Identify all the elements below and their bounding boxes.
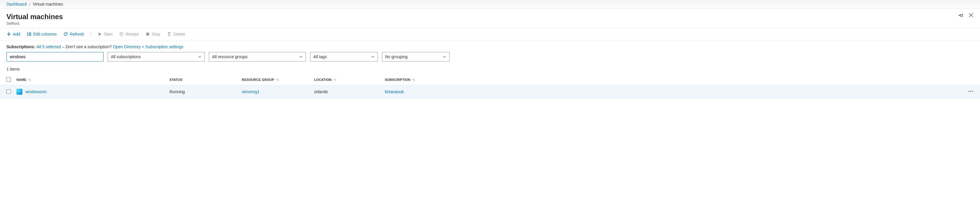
page-subtitle: Selfhost [6,21,974,25]
subscription-filter[interactable]: All subscriptions [108,52,205,62]
edit-columns-button[interactable]: Edit columns [27,32,57,37]
breadcrumb: Dashboard › Virtual machines [0,0,980,8]
vm-name-link[interactable]: windowsvm [25,89,46,94]
sort-icon [412,78,415,81]
chevron-down-icon [371,55,374,59]
column-header-location[interactable]: Location [314,78,385,81]
columns-icon [27,32,32,37]
column-header-name[interactable]: Name [16,78,169,81]
subscriptions-settings-link[interactable]: Open Directory + Subscription settings [113,44,183,49]
column-header-resource-group[interactable]: Resource group [242,78,314,81]
vm-status: Running [169,89,242,94]
resource-group-filter-value: All resource groups [212,54,248,59]
select-all-checkbox[interactable] [6,77,11,82]
tags-filter[interactable]: All tags [310,52,378,62]
svg-rect-3 [29,33,31,33]
restart-button: Restart [119,32,139,37]
stop-label: Stop [152,32,160,37]
chevron-down-icon [299,55,303,59]
subscription-link[interactable]: kirtanasub [385,89,404,94]
refresh-button[interactable]: Refresh [63,32,84,37]
svg-rect-4 [29,34,31,34]
edit-columns-label: Edit columns [33,32,57,37]
svg-rect-0 [27,33,28,33]
svg-rect-1 [27,34,28,34]
subscriptions-label: Subscriptions: [6,44,35,49]
breadcrumb-current: Virtual machines [33,2,63,6]
stop-icon [145,32,150,37]
add-label: Add [13,32,20,37]
refresh-icon [63,32,68,37]
chevron-down-icon [443,55,446,59]
start-label: Start [104,32,113,37]
pin-icon[interactable] [958,13,963,17]
subscriptions-prompt: – Don't see a subscription? [62,44,111,49]
stop-button: Stop [145,32,160,37]
resource-group-link[interactable]: winvmrg1 [242,89,259,94]
table-row[interactable]: windowsvm Running winvmrg1 orlando kirta… [0,85,980,98]
toolbar-separator [91,31,91,37]
add-button[interactable]: Add [6,32,20,37]
svg-rect-5 [29,35,31,36]
close-icon[interactable] [969,13,974,17]
refresh-label: Refresh [70,32,84,37]
delete-label: Delete [173,32,185,37]
item-count: 1 items [0,65,980,75]
row-context-menu-icon[interactable]: ··· [965,89,974,95]
subscription-filter-value: All subscriptions [111,54,141,59]
page-header: Virtual machines Selfhost [0,8,980,28]
subscriptions-info: Subscriptions: All 5 selected – Don't se… [0,40,980,52]
grouping-filter-value: No grouping [385,54,407,59]
sort-icon [276,78,279,81]
vm-table: Name Status Resource group Location Subs… [0,75,980,98]
table-header: Name Status Resource group Location Subs… [0,75,980,85]
subscriptions-selected-link[interactable]: All 5 selected [37,44,61,49]
breadcrumb-root[interactable]: Dashboard [6,2,27,6]
row-checkbox[interactable] [6,89,11,94]
breadcrumb-separator-icon: › [29,2,30,6]
vm-location: orlando [314,89,385,94]
svg-rect-2 [27,35,28,36]
svg-rect-6 [146,33,149,36]
command-bar: Add Edit columns Refresh Start Restart S… [0,28,980,40]
column-header-subscription[interactable]: Subscription [385,78,974,81]
filter-bar: All subscriptions All resource groups Al… [0,52,980,65]
delete-button: Delete [167,32,185,37]
trash-icon [167,32,172,37]
page-title: Virtual machines [6,13,974,21]
start-button: Start [97,32,113,37]
search-input-wrapper[interactable] [6,52,103,62]
plus-icon [6,32,11,37]
tags-filter-value: All tags [313,54,327,59]
search-input[interactable] [10,54,100,59]
chevron-down-icon [198,55,202,59]
sort-icon [28,78,31,81]
sort-icon [333,78,336,81]
vm-icon [16,89,22,95]
restart-label: Restart [126,32,139,37]
resource-group-filter[interactable]: All resource groups [209,52,306,62]
play-icon [97,32,102,37]
column-header-status[interactable]: Status [169,78,242,81]
grouping-filter[interactable]: No grouping [382,52,450,62]
restart-icon [119,32,124,37]
